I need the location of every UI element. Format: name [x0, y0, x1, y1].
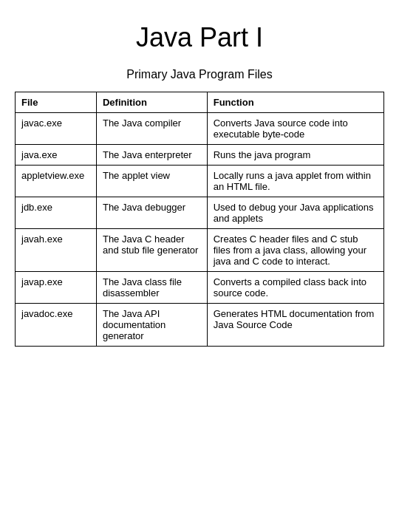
cell-function: Generates HTML documentation from Java S… [207, 304, 383, 347]
cell-function: Creates C header files and C stub files … [207, 229, 383, 272]
table-row: javac.exeThe Java compilerConverts Java … [16, 113, 384, 145]
cell-file: javah.exe [16, 229, 97, 272]
col-header-file: File [16, 92, 97, 113]
table-row: jdb.exeThe Java debuggerUsed to debug yo… [16, 197, 384, 229]
table-row: javadoc.exeThe Java API documentation ge… [16, 304, 384, 347]
cell-function: Runs the java program [207, 145, 383, 166]
cell-definition: The Java class file disassembler [96, 272, 207, 304]
cell-function: Converts Java source code into executabl… [207, 113, 383, 145]
cell-file: javap.exe [16, 272, 97, 304]
cell-definition: The Java C header and stub file generato… [96, 229, 207, 272]
cell-function: Locally runs a java applet from within a… [207, 166, 383, 197]
cell-function: Converts a compiled class back into sour… [207, 272, 383, 304]
cell-file: jdb.exe [16, 197, 97, 229]
col-header-definition: Definition [96, 92, 207, 113]
cell-file: javac.exe [16, 113, 97, 145]
table-row: javap.exeThe Java class file disassemble… [16, 272, 384, 304]
cell-definition: The Java debugger [96, 197, 207, 229]
cell-file: java.exe [16, 145, 97, 166]
table-row: javah.exeThe Java C header and stub file… [16, 229, 384, 272]
cell-definition: The Java compiler [96, 113, 207, 145]
cell-definition: The Java enterpreter [96, 145, 207, 166]
subtitle: Primary Java Program Files [126, 68, 272, 81]
cell-definition: The applet view [96, 166, 207, 197]
table-row: appletview.exeThe applet viewLocally run… [16, 166, 384, 197]
cell-function: Used to debug your Java applications and… [207, 197, 383, 229]
cell-file: javadoc.exe [16, 304, 97, 347]
java-programs-table: File Definition Function javac.exeThe Ja… [15, 92, 384, 347]
page-title: Java Part I [136, 22, 263, 53]
col-header-function: Function [207, 92, 383, 113]
cell-definition: The Java API documentation generator [96, 304, 207, 347]
table-row: java.exeThe Java enterpreterRuns the jav… [16, 145, 384, 166]
cell-file: appletview.exe [16, 166, 97, 197]
